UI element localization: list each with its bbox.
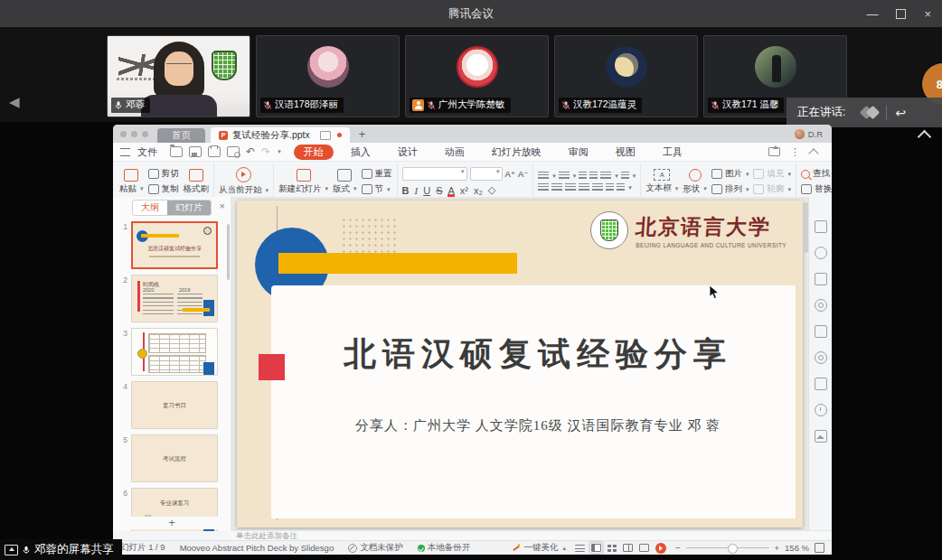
zoom-level[interactable]: 156 % xyxy=(785,543,809,553)
add-slide-button[interactable]: + xyxy=(113,517,231,529)
fill-button[interactable]: 填充▾ xyxy=(753,168,791,180)
beautify-button[interactable]: 一键美化▴ xyxy=(512,542,566,554)
current-slide[interactable]: 北京语言大学 BEIJING LANGUAGE AND CULTURE UNIV… xyxy=(237,201,803,527)
distribute-icon[interactable] xyxy=(592,183,603,191)
clear-format-icon[interactable]: ◇ xyxy=(488,184,495,196)
subscript-button[interactable]: x₂ xyxy=(474,185,483,196)
increase-font-button[interactable]: A⁺ xyxy=(505,169,515,179)
font-size-combobox[interactable] xyxy=(470,167,503,181)
new-tab-button[interactable]: + xyxy=(359,127,366,141)
more-options-icon[interactable]: ⋮ xyxy=(790,146,800,158)
text-direction-icon[interactable] xyxy=(606,183,614,191)
stamp-panel-icon[interactable] xyxy=(815,273,827,285)
decrease-font-button[interactable]: A⁻ xyxy=(518,169,528,179)
hamburger-menu-icon[interactable] xyxy=(120,148,130,156)
share-icon[interactable] xyxy=(768,147,780,156)
bold-button[interactable]: B xyxy=(402,185,410,196)
section-button[interactable]: 节▾ xyxy=(362,183,392,195)
tab-home[interactable]: 首页 xyxy=(157,128,205,143)
reading-view-icon[interactable] xyxy=(623,544,633,552)
slide-thumbnail-4[interactable]: 复习书目 xyxy=(131,381,218,429)
menu-tab-tools[interactable]: 工具 xyxy=(653,145,692,160)
underline-button[interactable]: U xyxy=(423,185,430,196)
collapse-ribbon-icon[interactable] xyxy=(808,148,818,158)
superscript-button[interactable]: x² xyxy=(460,185,468,196)
tab-outline[interactable]: 大纲 xyxy=(133,201,167,215)
outline-button[interactable]: 轮廓▾ xyxy=(753,183,791,195)
tab-document[interactable]: P 复试经验分享.pptx xyxy=(211,127,350,143)
history-clock-icon[interactable] xyxy=(815,404,827,416)
italic-button[interactable]: I xyxy=(415,185,419,196)
menu-tab-slideshow[interactable]: 幻灯片放映 xyxy=(482,145,551,160)
video-tile-dengrong[interactable]: 邓蓉 xyxy=(107,35,250,117)
line-spacing-icon[interactable] xyxy=(600,172,611,180)
format-painter-button[interactable]: 格式刷 xyxy=(184,169,210,195)
menu-tab-insert[interactable]: 插入 xyxy=(341,145,381,160)
properties-panel-icon[interactable] xyxy=(815,220,827,233)
panel-close-icon[interactable]: × xyxy=(220,201,225,211)
menu-file[interactable]: 文件 xyxy=(137,145,157,159)
strip-collapse-chevron-icon[interactable] xyxy=(918,130,932,145)
video-tile-shaozeli[interactable]: 汉语178邵泽丽 xyxy=(256,35,400,117)
menu-tab-animation[interactable]: 动画 xyxy=(435,145,475,160)
open-icon[interactable] xyxy=(170,146,183,157)
columns-icon[interactable] xyxy=(621,172,629,180)
fit-to-window-icon[interactable] xyxy=(815,543,824,553)
settings-gear-icon[interactable] xyxy=(815,299,827,312)
font-color-button[interactable]: A xyxy=(447,185,454,196)
slideshow-play-button[interactable] xyxy=(655,543,666,554)
print-icon[interactable] xyxy=(208,146,221,157)
zoom-out-button[interactable]: − xyxy=(675,543,681,553)
bullets-icon[interactable] xyxy=(538,172,549,180)
find-button[interactable]: 查找 xyxy=(801,168,832,180)
strip-scroll-left-icon[interactable]: ◀ xyxy=(9,94,20,110)
window-traffic-dots[interactable] xyxy=(120,131,148,137)
slide-thumbnail-2[interactable]: 时间线 2020 2019 xyxy=(131,275,218,322)
numbering-icon[interactable] xyxy=(559,172,570,180)
strikethrough-button[interactable]: S xyxy=(436,185,442,196)
paste-button[interactable]: 粘贴▾ xyxy=(119,169,144,195)
font-name-combobox[interactable] xyxy=(402,167,467,181)
close-button[interactable]: × xyxy=(924,8,931,20)
panel-scrollbar[interactable] xyxy=(227,224,230,280)
list-panel-icon[interactable] xyxy=(815,378,827,390)
minimize-button[interactable]: — xyxy=(866,8,878,20)
replace-button[interactable]: 替换▾ xyxy=(801,183,832,195)
arrange-button[interactable]: 排列▾ xyxy=(711,183,749,195)
print-preview-icon[interactable] xyxy=(227,146,240,157)
normal-view-icon[interactable] xyxy=(591,544,601,552)
new-slide-button[interactable]: 新建幻灯片▾ xyxy=(278,169,328,195)
plugin-gear-icon[interactable] xyxy=(815,351,827,364)
menu-tab-design[interactable]: 设计 xyxy=(388,145,428,160)
save-icon[interactable] xyxy=(189,146,202,157)
align-right-icon[interactable] xyxy=(565,183,576,191)
copy-button[interactable]: 复制 xyxy=(148,183,179,195)
clipboard-panel-icon[interactable] xyxy=(815,325,827,338)
menu-tab-view[interactable]: 视图 xyxy=(606,145,645,160)
justify-icon[interactable] xyxy=(579,183,589,191)
protection-status[interactable]: 文档未保护 xyxy=(348,542,403,554)
align-left-icon[interactable] xyxy=(538,183,549,191)
zoom-in-button[interactable]: + xyxy=(775,543,780,553)
reset-button[interactable]: 重置 xyxy=(362,168,392,180)
qat-dropdown-icon[interactable]: ▾ xyxy=(278,148,281,155)
reply-arrow-icon[interactable]: ↩ xyxy=(895,106,906,120)
account-chip[interactable]: D.R xyxy=(795,129,832,139)
master-view-icon[interactable] xyxy=(639,544,649,552)
decrease-indent-icon[interactable] xyxy=(579,172,587,180)
increase-indent-icon[interactable] xyxy=(589,172,598,180)
menu-tab-start[interactable]: 开始 xyxy=(294,145,334,160)
align-text-icon[interactable] xyxy=(617,183,625,191)
maximize-button[interactable] xyxy=(896,9,906,19)
notes-view-icon[interactable] xyxy=(575,545,585,552)
shapes-button[interactable]: 形状▾ xyxy=(683,169,707,195)
picture-button[interactable]: 图片▾ xyxy=(711,168,749,180)
slide-thumbnail-3[interactable] xyxy=(131,328,218,376)
play-from-current-button[interactable]: 从当前开始▾ xyxy=(219,167,268,196)
layout-button[interactable]: 版式▾ xyxy=(333,169,357,195)
shape-panel-icon[interactable] xyxy=(815,247,827,259)
zoom-slider-knob[interactable] xyxy=(728,544,738,554)
slide-sorter-view-icon[interactable] xyxy=(608,545,617,552)
slide-thumbnail-5[interactable]: 考试流程 xyxy=(131,434,218,482)
zoom-slider[interactable] xyxy=(686,547,769,548)
